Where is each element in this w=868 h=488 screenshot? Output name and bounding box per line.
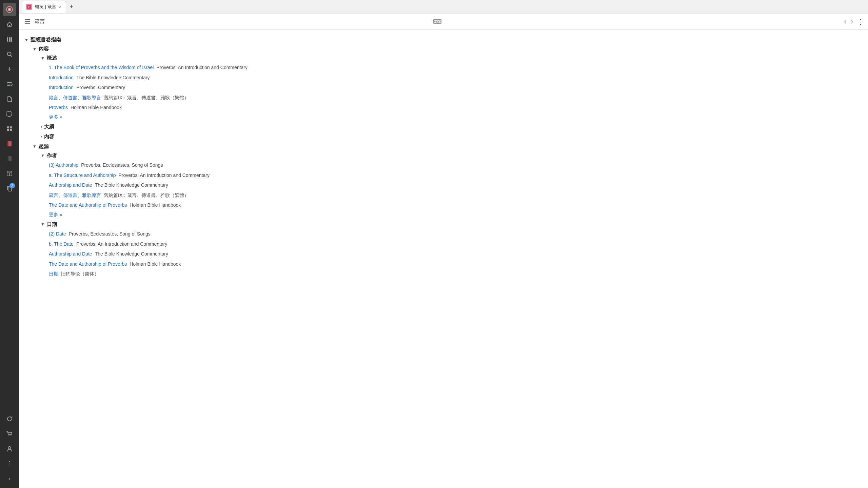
date-desc-4: Holman Bible Handbook: [130, 261, 181, 268]
date-desc-1: Proverbs, Ecclesiastes, Song of Songs: [69, 231, 151, 238]
layout-icon[interactable]: [3, 167, 16, 180]
tab-proverbs[interactable]: P 概況 | 箴言 ×: [22, 1, 66, 13]
svg-rect-3: [7, 37, 8, 42]
library-icon[interactable]: [3, 33, 16, 46]
date-link-2[interactable]: b. The Date: [49, 241, 74, 248]
subsection-overview-label: 概述: [47, 55, 57, 61]
item-link-4[interactable]: 箴言、傳道書、雅歌導言: [49, 95, 101, 101]
date-desc-3: The Bible Knowledge Commentary: [95, 251, 168, 258]
subsection-content2-chevron: ›: [41, 134, 42, 139]
section-content: ▼ 內容 ▼ 概述 1. The Book of P: [33, 44, 860, 141]
subsection-outline: › 大綱: [41, 122, 860, 131]
list-item: Introduction The Bible Knowledge Comment…: [49, 73, 860, 83]
subsection-date-label: 日期: [47, 221, 57, 228]
subsection-outline-header[interactable]: › 大綱: [41, 122, 860, 131]
svg-rect-9: [7, 84, 12, 84]
subsection-date-chevron: ▼: [41, 222, 45, 227]
section-content-chevron: ▼: [33, 47, 37, 52]
item-desc-5: Holman Bible Handbook: [71, 104, 122, 111]
svg-rect-12: [10, 126, 12, 128]
app-logo-icon[interactable]: [3, 3, 16, 16]
subsection-content2-header[interactable]: › 內容: [41, 132, 860, 141]
section-origin-header[interactable]: ▼ 起源: [33, 142, 860, 151]
item-desc-2: The Bible Knowledge Commentary: [76, 75, 150, 81]
list-item: The Date and Authorship of Proverbs Holm…: [49, 259, 860, 269]
more-vert-icon[interactable]: ⋮: [3, 457, 16, 470]
tab-close-button[interactable]: ×: [59, 4, 62, 9]
section-origin: ▼ 起源 ▼ 作者 (3) Authorship: [33, 142, 860, 279]
section-content-header[interactable]: ▼ 內容: [33, 44, 860, 54]
list-item: a. The Structure and Authorship Proverbs…: [49, 170, 860, 181]
subsection-author-label: 作者: [47, 152, 57, 159]
author-link-4[interactable]: 箴言、傳道書、雅歌導言: [49, 192, 101, 199]
subsection-date-header[interactable]: ▼ 日期: [41, 220, 860, 229]
list-item: Authorship and Date The Bible Knowledge …: [49, 249, 860, 259]
svg-point-6: [7, 52, 11, 56]
svg-point-25: [8, 447, 11, 449]
list-item: 箴言、傳道書、雅歌導言 舊約篇IX：箴言、傳道書、雅歌（繁體）: [49, 93, 860, 103]
root-header[interactable]: ▼ 聖經書卷指南: [24, 35, 860, 44]
subsection-author-header[interactable]: ▼ 作者: [41, 151, 860, 160]
date-link-4[interactable]: The Date and Authorship of Proverbs: [49, 261, 127, 268]
home-icon[interactable]: [3, 18, 16, 31]
section-origin-chevron: ▼: [33, 144, 37, 149]
nav-forward-button[interactable]: ›: [849, 17, 854, 26]
content-area: ▼ 聖經書卷指南 ▼ 內容 ▼ 概述: [19, 30, 868, 488]
author-link-2[interactable]: a. The Structure and Authorship: [49, 172, 116, 179]
item-link-1[interactable]: 1. The Book of Proverbs and the Wisdom o…: [49, 64, 154, 71]
tab-icon: P: [26, 4, 32, 10]
toolbar-nav: ‹ ›: [843, 17, 854, 26]
section-content-label: 內容: [39, 46, 49, 52]
tab-add-button[interactable]: +: [67, 3, 76, 11]
item-desc-3: Proverbs: Commentary: [76, 84, 125, 91]
subsection-overview-chevron: ▼: [41, 56, 45, 61]
search-icon[interactable]: [3, 47, 16, 61]
cart-icon[interactable]: [3, 427, 16, 441]
menu-icon[interactable]: ☰: [23, 16, 32, 27]
subsection-overview-items: 1. The Book of Proverbs and the Wisdom o…: [41, 63, 860, 122]
overview-more-link[interactable]: 更多 »: [49, 113, 860, 122]
root-label: 聖經書卷指南: [31, 37, 61, 43]
svg-point-2: [9, 9, 10, 10]
add-resource-icon[interactable]: +: [3, 62, 16, 76]
shield-icon[interactable]: [3, 107, 16, 121]
toolbar-more-icon[interactable]: ⋮: [857, 18, 864, 26]
author-desc-4: 舊約篇IX：箴言、傳道書、雅歌（繁體）: [104, 192, 189, 199]
user-icon[interactable]: [3, 442, 16, 455]
svg-rect-14: [10, 129, 12, 131]
toolbar: ☰ ⌨ ‹ › ⋮: [19, 14, 868, 30]
author-link-3[interactable]: Authorship and Date: [49, 182, 92, 189]
item-link-2[interactable]: Introduction: [49, 75, 74, 81]
expand-sidebar-icon[interactable]: ›: [3, 472, 16, 485]
grid-icon[interactable]: [3, 122, 16, 136]
documents-icon[interactable]: [3, 92, 16, 106]
main-area: P 概況 | 箴言 × + ☰ ⌨ ‹ › ⋮ ▼ 聖經書卷指南: [19, 0, 868, 488]
book-red-icon[interactable]: [3, 137, 16, 150]
keyboard-icon[interactable]: ⌨: [433, 18, 442, 25]
date-link-1[interactable]: (2) Date: [49, 231, 66, 238]
book-title-input[interactable]: [35, 19, 430, 24]
sync-icon[interactable]: [3, 412, 16, 426]
book-dark-icon[interactable]: [3, 152, 16, 165]
copy-icon[interactable]: 2: [3, 182, 16, 195]
root-chevron: ▼: [24, 38, 28, 42]
subsection-overview-header[interactable]: ▼ 概述: [41, 54, 860, 63]
tasks-icon[interactable]: [3, 77, 16, 91]
date-link-3[interactable]: Authorship and Date: [49, 251, 92, 258]
nav-back-button[interactable]: ‹: [843, 17, 848, 26]
subsection-author: ▼ 作者 (3) Authorship Proverbs, Ecclesiast…: [41, 151, 860, 219]
subsection-author-items: (3) Authorship Proverbs, Ecclesiastes, S…: [41, 160, 860, 219]
tab-bar: P 概況 | 箴言 × +: [19, 0, 868, 14]
author-desc-5: Holman Bible Handbook: [130, 202, 181, 209]
item-link-5[interactable]: Proverbs: [49, 104, 68, 111]
author-link-5[interactable]: The Date and Authorship of Proverbs: [49, 202, 127, 209]
list-item: 箴言、傳道書、雅歌導言 舊約篇IX：箴言、傳道書、雅歌（繁體）: [49, 190, 860, 201]
date-link-5[interactable]: 日期: [49, 271, 58, 278]
svg-rect-8: [7, 82, 12, 83]
sidebar: + 2 ⋮ ›: [0, 0, 19, 488]
svg-point-23: [8, 435, 9, 436]
subsection-author-chevron: ▼: [41, 153, 45, 158]
author-link-1[interactable]: (3) Authorship: [49, 162, 78, 169]
author-more-link[interactable]: 更多 »: [49, 210, 860, 219]
item-link-3[interactable]: Introduction: [49, 84, 74, 91]
